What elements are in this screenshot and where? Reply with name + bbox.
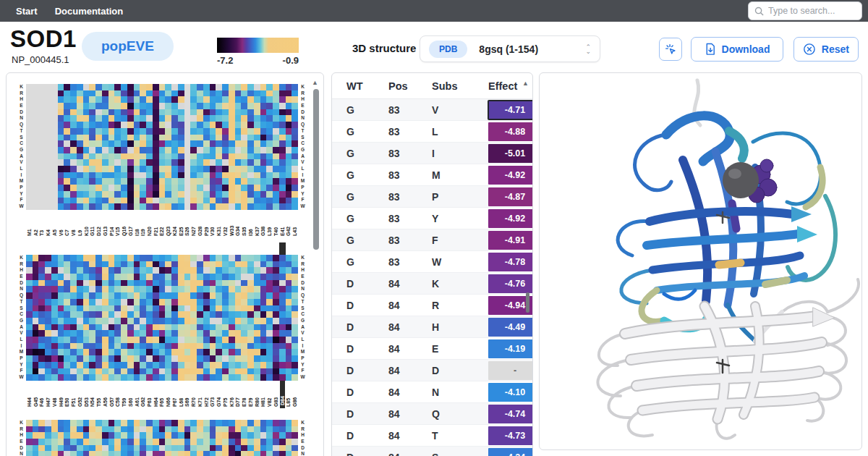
heatmap-cell[interactable] <box>197 103 203 109</box>
heatmap-cell[interactable] <box>109 274 115 280</box>
heatmap-cell[interactable] <box>77 140 83 147</box>
heatmap-cell[interactable] <box>64 280 70 287</box>
heatmap-cell[interactable] <box>190 203 197 210</box>
heatmap-cell[interactable] <box>140 305 146 312</box>
heatmap-cell[interactable] <box>102 147 109 153</box>
heatmap-cell[interactable] <box>286 122 292 128</box>
heatmap-cell[interactable] <box>184 343 191 350</box>
heatmap-cell[interactable] <box>95 292 102 299</box>
heatmap-cell[interactable] <box>222 362 229 368</box>
heatmap-cell[interactable] <box>127 166 134 172</box>
heatmap-cell[interactable] <box>83 267 90 274</box>
heatmap-cell[interactable] <box>165 261 171 268</box>
heatmap-cell[interactable] <box>260 368 267 375</box>
heatmap-cell[interactable] <box>33 191 39 198</box>
heatmap-cell[interactable] <box>178 203 184 210</box>
heatmap-cell[interactable] <box>89 349 95 355</box>
heatmap-cell[interactable] <box>216 159 222 166</box>
heatmap-cell[interactable] <box>266 203 273 210</box>
heatmap-cell[interactable] <box>260 330 267 337</box>
heatmap-cell[interactable] <box>114 374 121 381</box>
heatmap-cell[interactable] <box>241 420 247 426</box>
heatmap-cell[interactable] <box>260 261 267 268</box>
heatmap-cell[interactable] <box>146 286 153 292</box>
heatmap-cell[interactable] <box>279 426 286 433</box>
heatmap-cell[interactable] <box>153 185 159 191</box>
heatmap-cell[interactable] <box>51 349 58 355</box>
heatmap-cell[interactable] <box>64 445 70 452</box>
heatmap-cell[interactable] <box>266 324 273 331</box>
heatmap-cell[interactable] <box>222 115 229 122</box>
heatmap-cell[interactable] <box>292 135 298 141</box>
heatmap-cell[interactable] <box>127 122 134 128</box>
heatmap-cell[interactable] <box>70 185 77 191</box>
heatmap-cell[interactable] <box>114 84 121 90</box>
heatmap-cell[interactable] <box>197 374 203 381</box>
heatmap-cell[interactable] <box>165 374 171 381</box>
heatmap-cell[interactable] <box>171 109 178 116</box>
heatmap-cell[interactable] <box>51 159 58 166</box>
heatmap-cell[interactable] <box>70 198 77 204</box>
heatmap-cell[interactable] <box>95 159 102 166</box>
heatmap-cell[interactable] <box>190 255 197 261</box>
heatmap-cell[interactable] <box>260 166 267 172</box>
heatmap-cell[interactable] <box>292 305 298 312</box>
heatmap-cell[interactable] <box>165 135 171 141</box>
heatmap-cell[interactable] <box>241 432 247 439</box>
heatmap-cell[interactable] <box>134 420 140 426</box>
heatmap-cell[interactable] <box>254 84 260 90</box>
heatmap-cell[interactable] <box>260 172 267 179</box>
heatmap-cell[interactable] <box>222 267 229 274</box>
heatmap-cell[interactable] <box>102 128 109 135</box>
heatmap-cell[interactable] <box>102 159 109 166</box>
heatmap-cell[interactable] <box>190 261 197 268</box>
heatmap-cell[interactable] <box>178 90 184 97</box>
heatmap-cell[interactable] <box>210 267 216 274</box>
heatmap-cell[interactable] <box>127 159 134 166</box>
heatmap-cell[interactable] <box>222 451 229 456</box>
heatmap-cell[interactable] <box>33 343 39 350</box>
heatmap-cell[interactable] <box>140 368 146 375</box>
heatmap-cell[interactable] <box>286 255 292 261</box>
heatmap-cell[interactable] <box>286 109 292 116</box>
heatmap-cell[interactable] <box>83 374 90 381</box>
heatmap-cell[interactable] <box>197 343 203 350</box>
heatmap-cell[interactable] <box>292 368 298 375</box>
heatmap-cell[interactable] <box>260 432 267 439</box>
heatmap-cell[interactable] <box>153 374 159 381</box>
heatmap-cell[interactable] <box>178 147 184 153</box>
heatmap-cell[interactable] <box>247 355 254 362</box>
heatmap-cell[interactable] <box>114 267 121 274</box>
heatmap-cell[interactable] <box>146 355 153 362</box>
heatmap-cell[interactable] <box>190 280 197 287</box>
heatmap-cell[interactable] <box>89 166 95 172</box>
heatmap-cell[interactable] <box>190 299 197 305</box>
heatmap-cell[interactable] <box>171 368 178 375</box>
heatmap-cell[interactable] <box>140 267 146 274</box>
heatmap-cell[interactable] <box>64 439 70 445</box>
heatmap-cell[interactable] <box>260 191 267 198</box>
heatmap-cell[interactable] <box>292 299 298 305</box>
heatmap-cell[interactable] <box>273 311 279 318</box>
heatmap-cell[interactable] <box>216 140 222 147</box>
heatmap-cell[interactable] <box>292 203 298 210</box>
heatmap-cell[interactable] <box>241 337 247 343</box>
heatmap-cell[interactable] <box>95 324 102 331</box>
heatmap-cell[interactable] <box>121 198 127 204</box>
heatmap-cell[interactable] <box>121 292 127 299</box>
heatmap-cell[interactable] <box>222 90 229 97</box>
heatmap-cell[interactable] <box>121 255 127 261</box>
heatmap-cell[interactable] <box>121 420 127 426</box>
heatmap-cell[interactable] <box>165 166 171 172</box>
heatmap-cell[interactable] <box>203 135 210 141</box>
heatmap-cell[interactable] <box>216 299 222 305</box>
heatmap-cell[interactable] <box>190 128 197 135</box>
heatmap-cell[interactable] <box>292 374 298 381</box>
heatmap-cell[interactable] <box>121 109 127 116</box>
heatmap-cell[interactable] <box>203 311 210 318</box>
heatmap-cell[interactable] <box>45 286 51 292</box>
heatmap-cell[interactable] <box>51 178 58 185</box>
heatmap-cell[interactable] <box>109 324 115 331</box>
heatmap-cell[interactable] <box>286 96 292 103</box>
heatmap-cell[interactable] <box>266 122 273 128</box>
